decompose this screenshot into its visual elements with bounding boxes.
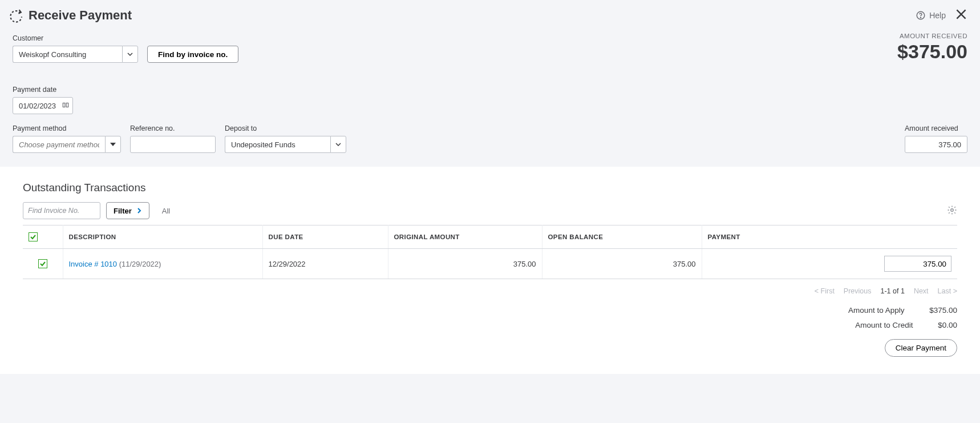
amount-to-credit-label: Amount to Credit: [821, 318, 913, 333]
deposit-dropdown-button[interactable]: [330, 136, 346, 153]
close-icon: [954, 7, 969, 22]
check-icon: [39, 260, 46, 267]
page-title: Receive Payment: [29, 8, 916, 23]
payment-date-input[interactable]: [13, 97, 73, 114]
col-due-date: DUE DATE: [262, 225, 388, 249]
amount-received-label: Amount received: [905, 124, 967, 132]
amount-to-apply-label: Amount to Apply: [813, 303, 904, 318]
customer-input[interactable]: [13, 46, 122, 63]
customer-dropdown-button[interactable]: [122, 46, 138, 63]
deposit-input[interactable]: [225, 136, 330, 153]
close-button[interactable]: [954, 7, 969, 23]
payment-method-label: Payment method: [13, 124, 121, 132]
payment-method-combo[interactable]: [13, 136, 121, 153]
outstanding-transactions-title: Outstanding Transactions: [23, 182, 957, 194]
customer-label: Customer: [13, 34, 138, 42]
payment-date-label: Payment date: [13, 86, 73, 94]
deposit-label: Deposit to: [225, 124, 346, 132]
pager: < First Previous 1-1 of 1 Next Last >: [23, 287, 957, 295]
amount-to-credit-value: $0.00: [938, 321, 957, 329]
pager-last[interactable]: Last >: [938, 287, 957, 295]
table-settings-button[interactable]: [947, 205, 957, 217]
invoice-link[interactable]: Invoice # 1010: [69, 260, 118, 268]
deposit-combo[interactable]: [225, 136, 346, 153]
amount-received-header-value: $375.00: [897, 41, 967, 63]
help-label: Help: [929, 11, 946, 20]
col-payment: PAYMENT: [702, 225, 957, 249]
select-all-checkbox[interactable]: [29, 232, 38, 241]
customer-combo[interactable]: [13, 46, 138, 63]
receive-payment-icon: [7, 7, 23, 23]
reference-input[interactable]: [130, 136, 216, 153]
cell-original-amount: 375.00: [388, 249, 542, 279]
payment-method-dropdown-button[interactable]: [105, 136, 121, 153]
check-icon: [30, 233, 37, 240]
cell-open-balance: 375.00: [542, 249, 702, 279]
chevron-down-icon: [127, 51, 133, 57]
filter-all-label: All: [162, 207, 170, 215]
col-open-balance: OPEN BALANCE: [542, 225, 702, 249]
payment-input[interactable]: [884, 256, 951, 272]
svg-point-4: [951, 208, 954, 211]
row-checkbox[interactable]: [38, 259, 47, 268]
help-button[interactable]: Help: [916, 10, 946, 21]
pager-previous[interactable]: Previous: [844, 287, 872, 295]
find-invoice-input[interactable]: [23, 202, 100, 219]
pager-next[interactable]: Next: [914, 287, 929, 295]
invoice-date-suffix: (11/29/2022): [117, 260, 161, 268]
svg-point-1: [921, 17, 921, 18]
amount-to-apply-value: $375.00: [929, 306, 957, 315]
cell-due-date: 12/29/2022: [262, 249, 388, 279]
col-original-amount: ORIGINAL AMOUNT: [388, 225, 542, 249]
amount-received-header-label: AMOUNT RECEIVED: [897, 33, 967, 39]
clear-payment-button[interactable]: Clear Payment: [885, 339, 957, 357]
col-description: DESCRIPTION: [63, 225, 262, 249]
find-by-invoice-button[interactable]: Find by invoice no.: [147, 46, 238, 63]
chevron-down-icon: [335, 142, 341, 147]
chevron-right-icon: [136, 208, 142, 213]
transactions-table: DESCRIPTION DUE DATE ORIGINAL AMOUNT OPE…: [23, 225, 957, 279]
table-row: Invoice # 1010 (11/29/2022) 12/29/2022 3…: [23, 249, 957, 279]
filter-button[interactable]: Filter: [106, 202, 149, 219]
amount-received-input[interactable]: [905, 136, 967, 153]
help-icon: [916, 10, 926, 21]
pager-range: 1-1 of 1: [881, 287, 905, 295]
reference-label: Reference no.: [130, 124, 216, 132]
pager-first[interactable]: < First: [815, 287, 835, 295]
caret-down-icon: [110, 142, 116, 147]
gear-icon: [947, 205, 957, 215]
payment-method-input[interactable]: [13, 136, 105, 153]
filter-label: Filter: [114, 207, 132, 215]
